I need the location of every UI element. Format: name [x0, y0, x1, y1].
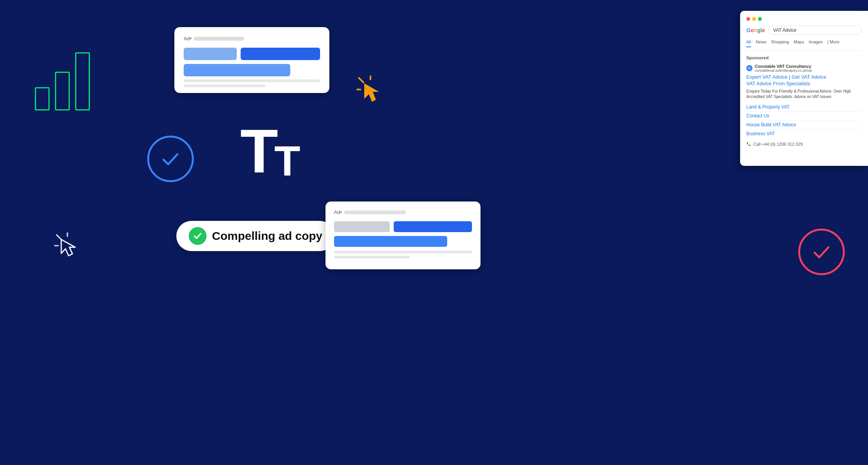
- typography-tt-icon: T T: [240, 120, 298, 182]
- serp-headline[interactable]: Expert VAT Advice | Get VAT AdviceVAT Ad…: [746, 74, 862, 87]
- svg-marker-7: [61, 239, 75, 256]
- compelling-ad-copy-badge: Compelling ad copy: [176, 221, 335, 251]
- serp-advertiser-url: constablevat.submitenquiry.co.uk/vat: [755, 69, 812, 72]
- traffic-lights: [746, 17, 862, 21]
- ad-label-top: Ad•: [184, 36, 320, 41]
- serp-ad-result: C Constable VAT Consultancy constablevat…: [746, 64, 862, 146]
- serp-ad-source: C Constable VAT Consultancy constablevat…: [746, 64, 862, 72]
- serp-tab-more[interactable]: | More: [827, 40, 839, 47]
- ad-label-bottom: Ad•: [334, 209, 472, 215]
- red-circle-check-icon: [798, 229, 845, 275]
- ad-btn-outline: [184, 48, 237, 60]
- serp-tabs: All News Shopping Maps Images | More: [746, 40, 862, 51]
- google-logo: Google: [746, 27, 765, 33]
- traffic-light-red: [746, 17, 750, 21]
- orange-cursor-icon: [356, 76, 388, 108]
- serp-tab-all[interactable]: All: [746, 40, 751, 47]
- ad-btn-solid: [241, 48, 320, 60]
- bar-1: [35, 87, 50, 110]
- bar-3: [75, 52, 90, 110]
- serp-tab-news[interactable]: News: [756, 40, 766, 47]
- svg-line-0: [359, 78, 363, 83]
- svg-marker-3: [364, 83, 379, 102]
- serp-sitelink-land[interactable]: Land & Property VAT: [746, 103, 862, 112]
- ad-dot-label: Ad•: [184, 36, 191, 41]
- serp-advertiser-name: Constable VAT Consultancy: [755, 64, 812, 69]
- white-cursor-icon: [54, 232, 83, 263]
- serp-sitelinks: Land & Property VAT Contact Us House Bui…: [746, 103, 862, 138]
- serp-call: Call +44 (0) 1206 312 029: [746, 142, 862, 146]
- ad-dot-btm: Ad•: [334, 209, 342, 215]
- green-check-badge-icon: [189, 227, 207, 245]
- serp-tab-maps[interactable]: Maps: [794, 40, 804, 47]
- ad-bar-blue: [184, 64, 290, 76]
- traffic-light-yellow: [752, 17, 756, 21]
- serp-sponsored-label: Sponsored: [746, 55, 862, 60]
- ad-lines-bottom: [184, 79, 320, 87]
- svg-line-4: [57, 235, 61, 239]
- bar-2: [55, 72, 70, 110]
- blue-circle-check-icon: [147, 136, 194, 182]
- ad-card-bottom: Ad•: [326, 202, 480, 269]
- checkmark-svg: [159, 147, 182, 170]
- serp-search-bar: Google VAT Advice: [746, 26, 862, 35]
- ad-row-1: [184, 48, 320, 60]
- ad-row-btm: [334, 221, 472, 232]
- serp-search-input[interactable]: VAT Advice: [768, 26, 862, 35]
- serp-sitelink-contact[interactable]: Contact Us: [746, 112, 862, 121]
- serp-sitelink-house[interactable]: House Build VAT Advice: [746, 121, 862, 129]
- serp-call-number: Call +44 (0) 1206 312 029: [753, 142, 803, 146]
- traffic-light-green: [758, 17, 762, 21]
- ad-line-gray: [194, 37, 244, 41]
- google-serp-panel: Google VAT Advice All News Shopping Maps…: [740, 11, 868, 166]
- serp-sitelink-business[interactable]: Business VAT: [746, 129, 862, 138]
- serp-description: Enquire Today For Friendly & Professiona…: [746, 89, 862, 100]
- serp-favicon: C: [746, 65, 753, 71]
- serp-tab-images[interactable]: Images: [809, 40, 823, 47]
- ad-card-top: Ad•: [174, 27, 329, 93]
- serp-tab-shopping[interactable]: Shopping: [771, 40, 789, 47]
- bar-chart-icon: [35, 52, 90, 110]
- red-checkmark-svg: [810, 240, 833, 264]
- compelling-text: Compelling ad copy: [212, 229, 322, 243]
